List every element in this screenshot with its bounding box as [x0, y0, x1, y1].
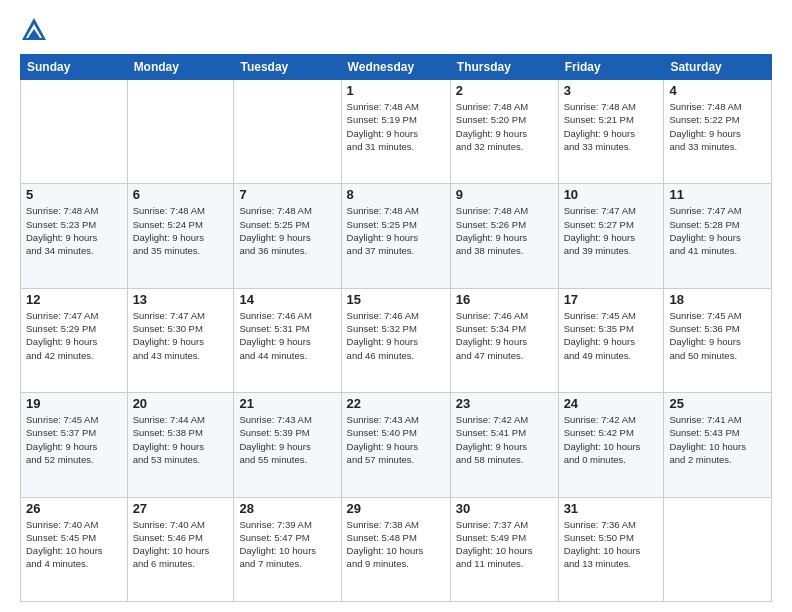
day-info: Sunrise: 7:45 AM Sunset: 5:35 PM Dayligh…: [564, 309, 659, 362]
day-number: 4: [669, 83, 766, 98]
day-info: Sunrise: 7:41 AM Sunset: 5:43 PM Dayligh…: [669, 413, 766, 466]
header: [20, 16, 772, 44]
day-number: 29: [347, 501, 445, 516]
logo-icon: [20, 16, 48, 44]
day-number: 19: [26, 396, 122, 411]
day-info: Sunrise: 7:45 AM Sunset: 5:36 PM Dayligh…: [669, 309, 766, 362]
day-number: 5: [26, 187, 122, 202]
calendar-cell: 27Sunrise: 7:40 AM Sunset: 5:46 PM Dayli…: [127, 497, 234, 601]
calendar-cell: 20Sunrise: 7:44 AM Sunset: 5:38 PM Dayli…: [127, 393, 234, 497]
day-info: Sunrise: 7:48 AM Sunset: 5:23 PM Dayligh…: [26, 204, 122, 257]
day-number: 26: [26, 501, 122, 516]
day-number: 10: [564, 187, 659, 202]
calendar-cell: 13Sunrise: 7:47 AM Sunset: 5:30 PM Dayli…: [127, 288, 234, 392]
calendar-table: SundayMondayTuesdayWednesdayThursdayFrid…: [20, 54, 772, 602]
day-number: 12: [26, 292, 122, 307]
day-info: Sunrise: 7:48 AM Sunset: 5:19 PM Dayligh…: [347, 100, 445, 153]
calendar-cell: 6Sunrise: 7:48 AM Sunset: 5:24 PM Daylig…: [127, 184, 234, 288]
day-info: Sunrise: 7:43 AM Sunset: 5:39 PM Dayligh…: [239, 413, 335, 466]
calendar-cell: 30Sunrise: 7:37 AM Sunset: 5:49 PM Dayli…: [450, 497, 558, 601]
day-info: Sunrise: 7:48 AM Sunset: 5:22 PM Dayligh…: [669, 100, 766, 153]
day-info: Sunrise: 7:40 AM Sunset: 5:45 PM Dayligh…: [26, 518, 122, 571]
day-number: 28: [239, 501, 335, 516]
day-number: 14: [239, 292, 335, 307]
day-info: Sunrise: 7:36 AM Sunset: 5:50 PM Dayligh…: [564, 518, 659, 571]
calendar-body: 1Sunrise: 7:48 AM Sunset: 5:19 PM Daylig…: [21, 80, 772, 602]
logo: [20, 16, 52, 44]
day-info: Sunrise: 7:42 AM Sunset: 5:41 PM Dayligh…: [456, 413, 553, 466]
day-number: 11: [669, 187, 766, 202]
calendar-cell: 29Sunrise: 7:38 AM Sunset: 5:48 PM Dayli…: [341, 497, 450, 601]
calendar-cell: 22Sunrise: 7:43 AM Sunset: 5:40 PM Dayli…: [341, 393, 450, 497]
day-number: 16: [456, 292, 553, 307]
page: SundayMondayTuesdayWednesdayThursdayFrid…: [0, 0, 792, 612]
calendar-cell: 10Sunrise: 7:47 AM Sunset: 5:27 PM Dayli…: [558, 184, 664, 288]
day-number: 9: [456, 187, 553, 202]
day-info: Sunrise: 7:43 AM Sunset: 5:40 PM Dayligh…: [347, 413, 445, 466]
weekday-header-tuesday: Tuesday: [234, 55, 341, 80]
calendar-cell: 8Sunrise: 7:48 AM Sunset: 5:25 PM Daylig…: [341, 184, 450, 288]
weekday-row: SundayMondayTuesdayWednesdayThursdayFrid…: [21, 55, 772, 80]
day-info: Sunrise: 7:45 AM Sunset: 5:37 PM Dayligh…: [26, 413, 122, 466]
calendar-cell: 19Sunrise: 7:45 AM Sunset: 5:37 PM Dayli…: [21, 393, 128, 497]
day-info: Sunrise: 7:42 AM Sunset: 5:42 PM Dayligh…: [564, 413, 659, 466]
weekday-header-thursday: Thursday: [450, 55, 558, 80]
day-number: 31: [564, 501, 659, 516]
day-info: Sunrise: 7:48 AM Sunset: 5:21 PM Dayligh…: [564, 100, 659, 153]
weekday-header-wednesday: Wednesday: [341, 55, 450, 80]
calendar-cell: 2Sunrise: 7:48 AM Sunset: 5:20 PM Daylig…: [450, 80, 558, 184]
calendar-week-4: 19Sunrise: 7:45 AM Sunset: 5:37 PM Dayli…: [21, 393, 772, 497]
calendar-cell: 4Sunrise: 7:48 AM Sunset: 5:22 PM Daylig…: [664, 80, 772, 184]
day-info: Sunrise: 7:47 AM Sunset: 5:27 PM Dayligh…: [564, 204, 659, 257]
day-info: Sunrise: 7:48 AM Sunset: 5:25 PM Dayligh…: [239, 204, 335, 257]
day-info: Sunrise: 7:48 AM Sunset: 5:25 PM Dayligh…: [347, 204, 445, 257]
day-number: 1: [347, 83, 445, 98]
calendar-cell: 26Sunrise: 7:40 AM Sunset: 5:45 PM Dayli…: [21, 497, 128, 601]
day-number: 23: [456, 396, 553, 411]
weekday-header-saturday: Saturday: [664, 55, 772, 80]
calendar-cell: 12Sunrise: 7:47 AM Sunset: 5:29 PM Dayli…: [21, 288, 128, 392]
day-number: 25: [669, 396, 766, 411]
calendar-cell: [234, 80, 341, 184]
calendar-week-1: 1Sunrise: 7:48 AM Sunset: 5:19 PM Daylig…: [21, 80, 772, 184]
calendar-cell: [664, 497, 772, 601]
day-number: 22: [347, 396, 445, 411]
day-info: Sunrise: 7:44 AM Sunset: 5:38 PM Dayligh…: [133, 413, 229, 466]
day-number: 27: [133, 501, 229, 516]
day-number: 18: [669, 292, 766, 307]
calendar-cell: 7Sunrise: 7:48 AM Sunset: 5:25 PM Daylig…: [234, 184, 341, 288]
calendar-cell: 1Sunrise: 7:48 AM Sunset: 5:19 PM Daylig…: [341, 80, 450, 184]
day-info: Sunrise: 7:46 AM Sunset: 5:31 PM Dayligh…: [239, 309, 335, 362]
day-number: 21: [239, 396, 335, 411]
calendar-week-5: 26Sunrise: 7:40 AM Sunset: 5:45 PM Dayli…: [21, 497, 772, 601]
calendar-cell: 24Sunrise: 7:42 AM Sunset: 5:42 PM Dayli…: [558, 393, 664, 497]
day-number: 3: [564, 83, 659, 98]
calendar-cell: 25Sunrise: 7:41 AM Sunset: 5:43 PM Dayli…: [664, 393, 772, 497]
day-info: Sunrise: 7:47 AM Sunset: 5:30 PM Dayligh…: [133, 309, 229, 362]
day-number: 24: [564, 396, 659, 411]
calendar-cell: 16Sunrise: 7:46 AM Sunset: 5:34 PM Dayli…: [450, 288, 558, 392]
calendar-cell: 5Sunrise: 7:48 AM Sunset: 5:23 PM Daylig…: [21, 184, 128, 288]
calendar-cell: 31Sunrise: 7:36 AM Sunset: 5:50 PM Dayli…: [558, 497, 664, 601]
day-info: Sunrise: 7:48 AM Sunset: 5:24 PM Dayligh…: [133, 204, 229, 257]
calendar-cell: 9Sunrise: 7:48 AM Sunset: 5:26 PM Daylig…: [450, 184, 558, 288]
day-info: Sunrise: 7:48 AM Sunset: 5:20 PM Dayligh…: [456, 100, 553, 153]
calendar-cell: 21Sunrise: 7:43 AM Sunset: 5:39 PM Dayli…: [234, 393, 341, 497]
calendar-cell: 17Sunrise: 7:45 AM Sunset: 5:35 PM Dayli…: [558, 288, 664, 392]
day-info: Sunrise: 7:47 AM Sunset: 5:28 PM Dayligh…: [669, 204, 766, 257]
calendar-cell: 28Sunrise: 7:39 AM Sunset: 5:47 PM Dayli…: [234, 497, 341, 601]
calendar-cell: 11Sunrise: 7:47 AM Sunset: 5:28 PM Dayli…: [664, 184, 772, 288]
day-number: 13: [133, 292, 229, 307]
day-info: Sunrise: 7:46 AM Sunset: 5:32 PM Dayligh…: [347, 309, 445, 362]
weekday-header-friday: Friday: [558, 55, 664, 80]
day-info: Sunrise: 7:40 AM Sunset: 5:46 PM Dayligh…: [133, 518, 229, 571]
calendar-header: SundayMondayTuesdayWednesdayThursdayFrid…: [21, 55, 772, 80]
calendar-cell: 15Sunrise: 7:46 AM Sunset: 5:32 PM Dayli…: [341, 288, 450, 392]
calendar-cell: [21, 80, 128, 184]
day-number: 7: [239, 187, 335, 202]
calendar-week-3: 12Sunrise: 7:47 AM Sunset: 5:29 PM Dayli…: [21, 288, 772, 392]
day-number: 8: [347, 187, 445, 202]
day-number: 15: [347, 292, 445, 307]
calendar-cell: 3Sunrise: 7:48 AM Sunset: 5:21 PM Daylig…: [558, 80, 664, 184]
day-info: Sunrise: 7:47 AM Sunset: 5:29 PM Dayligh…: [26, 309, 122, 362]
